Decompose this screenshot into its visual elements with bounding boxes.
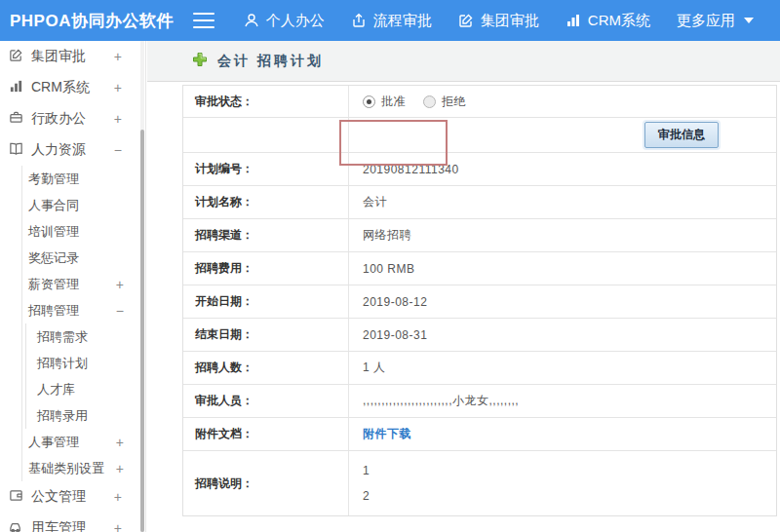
expand-plus-icon: +	[114, 80, 122, 95]
sidebar-item-personnel-mgmt[interactable]: 人事管理 +	[22, 429, 145, 455]
sidebar-item-talent-pool[interactable]: 人才库	[26, 376, 145, 402]
edit-icon	[458, 13, 474, 28]
main-content: 会计 招聘计划 审批状态： 批准 拒绝	[147, 41, 780, 532]
nav-label: 集团审批	[481, 12, 539, 30]
table-row-attachment: 附件文档： 附件下载	[183, 418, 776, 451]
top-bar: PHPOA协同办公软件 个人办公 流程审批	[0, 0, 780, 41]
expand-plus-icon: +	[114, 49, 122, 64]
edit-icon	[9, 48, 23, 65]
expand-plus-icon: +	[114, 111, 122, 127]
sidebar-item-recruit-plan[interactable]: 招聘计划	[26, 350, 145, 376]
nav-label: 流程审批	[373, 12, 432, 30]
expand-plus-icon: +	[114, 489, 122, 505]
approve-radio[interactable]: 批准	[363, 94, 406, 110]
sidebar-item-rewards[interactable]: 奖惩记录	[22, 245, 145, 271]
app-window: PHPOA协同办公软件 个人办公 流程审批	[0, 0, 780, 532]
document-icon	[9, 488, 23, 506]
table-row-plan-name: 计划名称： 会计	[183, 186, 776, 219]
approval-info-button[interactable]: 审批信息	[644, 122, 719, 148]
table-row-recruit-channel: 招聘渠道： 网络招聘	[183, 219, 776, 252]
app-logo: PHPOA协同办公软件	[0, 10, 185, 32]
sidebar-item-base-category[interactable]: 基础类别设置 +	[22, 455, 145, 481]
sidebar-item-salary[interactable]: 薪资管理 +	[22, 271, 145, 297]
table-row-description: 招聘说明： 1 2	[183, 451, 776, 515]
radio-unchecked-icon[interactable]	[423, 95, 436, 108]
expand-plus-icon: +	[116, 435, 124, 450]
approval-status-row: 审批状态： 批准 拒绝	[183, 86, 776, 118]
table-row-recruit-cost: 招聘费用： 100 RMB	[183, 252, 776, 285]
expand-plus-icon: +	[116, 461, 124, 476]
nav-group-approval[interactable]: 集团审批	[458, 12, 539, 30]
nav-label: 更多应用	[677, 12, 735, 30]
nav-label: CRM系统	[588, 12, 650, 30]
expand-plus-icon: +	[116, 277, 124, 292]
sidebar-item-document-mgmt[interactable]: 公文管理 +	[0, 481, 145, 513]
field-label: 招聘人数：	[183, 352, 349, 384]
sidebar-item-training[interactable]: 培训管理	[22, 218, 145, 245]
approval-button-row: 审批信息	[183, 118, 776, 153]
field-label: 审批人员：	[183, 385, 349, 417]
field-label: 开始日期：	[183, 285, 349, 318]
form-area: 审批状态： 批准 拒绝 审批信	[147, 82, 780, 532]
sidebar-item-admin-office[interactable]: 行政办公 +	[0, 103, 145, 134]
field-label: 招聘费用：	[183, 252, 349, 285]
radio-checked-icon[interactable]	[363, 95, 375, 108]
sidebar-item-vehicle-mgmt[interactable]: 用车管理 +	[0, 513, 145, 532]
expand-plus-icon: +	[114, 520, 122, 532]
field-value: 1 2	[349, 451, 776, 515]
bar-chart-icon	[9, 79, 23, 96]
field-value: 1 人	[349, 352, 776, 384]
sidebar-item-attendance[interactable]: 考勤管理	[22, 166, 145, 192]
table-row-approvers: 审批人员： ,,,,,,,,,,,,,,,,,,,,,,,,小龙女,,,,,,,…	[183, 385, 776, 418]
field-value: 20190812111340	[349, 153, 776, 185]
field-value: 2019-08-12	[349, 285, 776, 318]
field-value: 2019-08-31	[349, 319, 776, 351]
field-label: 结束日期：	[183, 319, 349, 351]
add-icon	[192, 52, 208, 71]
user-icon	[244, 13, 259, 28]
sidebar-item-recruit-demand[interactable]: 招聘需求	[26, 323, 145, 350]
bar-chart-icon	[566, 13, 581, 28]
sidebar-item-human-resources[interactable]: 人力资源 −	[0, 134, 145, 166]
field-value: ,,,,,,,,,,,,,,,,,,,,,,,,小龙女,,,,,,,,	[349, 385, 776, 417]
page-title: 会计 招聘计划	[217, 53, 324, 70]
field-label: 计划名称：	[183, 186, 349, 218]
sidebar-item-hr-contract[interactable]: 人事合同	[22, 192, 145, 218]
field-label: 招聘渠道：	[183, 219, 349, 251]
book-icon	[9, 141, 23, 159]
field-label: 附件文档：	[183, 418, 349, 450]
sidebar-item-crm[interactable]: CRM系统 +	[0, 72, 145, 103]
submit-arrow-icon	[351, 13, 367, 28]
field-label: 审批状态：	[183, 86, 349, 117]
field-value: 会计	[349, 186, 776, 218]
sidebar-item-group-approval[interactable]: 集团审批 +	[0, 41, 145, 72]
nav-crm-system[interactable]: CRM系统	[566, 12, 650, 30]
field-value: 100 RMB	[349, 252, 776, 285]
recruit-submenu: 招聘需求 招聘计划 人才库 招聘录用	[25, 323, 145, 429]
empty-label-cell	[183, 118, 349, 152]
field-value: 网络招聘	[349, 219, 776, 251]
sidebar: 集团审批 + CRM系统 + 行政办公 + 人	[0, 41, 146, 532]
reject-radio[interactable]: 拒绝	[423, 94, 466, 110]
sidebar-scrollbar-thumb[interactable]	[140, 130, 144, 532]
menu-toggle-icon[interactable]	[193, 13, 214, 28]
collapse-minus-icon: −	[114, 142, 122, 158]
nav-more-apps[interactable]: 更多应用	[677, 12, 754, 30]
table-row-end-date: 结束日期： 2019-08-31	[183, 319, 776, 352]
nav-personal-office[interactable]: 个人办公	[244, 12, 325, 30]
recruit-plan-table: 审批状态： 批准 拒绝 审批信	[182, 85, 777, 516]
table-row-start-date: 开始日期： 2019-08-12	[183, 285, 776, 319]
field-label: 计划编号：	[183, 153, 349, 185]
nav-process-approval[interactable]: 流程审批	[351, 12, 432, 30]
chevron-down-icon	[744, 18, 754, 23]
hr-submenu: 考勤管理 人事合同 培训管理 奖惩记录 薪资管理 + 招聘管理 − 招聘需求	[21, 166, 145, 481]
table-row-headcount: 招聘人数： 1 人	[183, 352, 776, 385]
attachment-download-link[interactable]: 附件下载	[363, 426, 411, 442]
car-icon	[9, 519, 23, 532]
table-row-plan-number: 计划编号： 20190812111340	[183, 153, 776, 186]
sidebar-item-recruit-hire[interactable]: 招聘录用	[26, 402, 145, 429]
sidebar-item-recruit-mgmt[interactable]: 招聘管理 −	[22, 297, 145, 323]
page-header-band: 会计 招聘计划	[147, 41, 780, 82]
nav-label: 个人办公	[266, 12, 325, 30]
collapse-minus-icon: −	[116, 303, 124, 319]
